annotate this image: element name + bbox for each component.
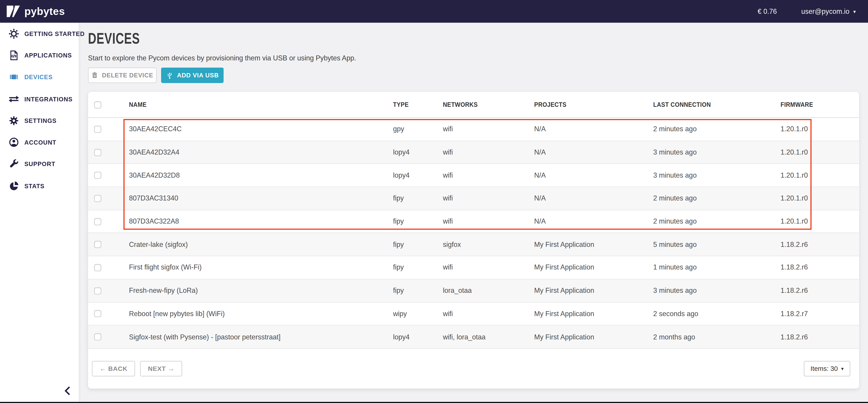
add-via-usb-label: ADD VIA USB bbox=[177, 72, 219, 79]
table-row[interactable]: Reboot [new pybytes lib] (WiFi) wipy wif… bbox=[88, 303, 859, 326]
user-icon bbox=[8, 137, 20, 148]
table-row[interactable]: 807D3AC31340 fipy wifi N/A 2 minutes ago… bbox=[88, 187, 859, 210]
column-header-firmware: FIRMWARE bbox=[780, 101, 859, 108]
transfer-arrows-icon bbox=[8, 93, 20, 104]
table-row[interactable]: 30AEA42D32A4 lopy4 wifi N/A 3 minutes ag… bbox=[88, 141, 859, 164]
device-name-cell: Fresh-new-fipy (LoRa) bbox=[129, 287, 393, 294]
pybytes-app: pybytes € 0.76 user@pycom.io ▾ bbox=[0, 0, 868, 403]
device-networks-cell: wifi bbox=[443, 172, 534, 179]
device-last-connection-cell: 2 minutes ago bbox=[653, 195, 781, 202]
page-title: DEVICES bbox=[88, 30, 158, 48]
device-type-cell: fipy bbox=[393, 218, 443, 225]
device-projects-cell: N/A bbox=[534, 149, 653, 156]
row-checkbox[interactable] bbox=[94, 333, 101, 341]
row-checkbox[interactable] bbox=[94, 149, 101, 156]
delete-device-button[interactable]: DELETE DEVICE bbox=[88, 67, 157, 83]
row-checkbox[interactable] bbox=[94, 218, 101, 225]
device-firmware-cell: 1.20.1.r0 bbox=[780, 125, 859, 133]
device-projects-cell: My First Application bbox=[534, 333, 653, 341]
user-account-menu[interactable]: user@pycom.io ▾ bbox=[801, 7, 856, 15]
device-type-cell: fipy bbox=[393, 287, 443, 294]
sidebar-item-support[interactable]: SUPPORT bbox=[0, 153, 79, 175]
device-last-connection-cell: 3 minutes ago bbox=[653, 172, 781, 179]
device-last-connection-cell: 3 minutes ago bbox=[653, 149, 781, 156]
device-type-cell: gpy bbox=[393, 125, 443, 133]
usb-icon bbox=[166, 71, 173, 80]
top-bar: pybytes € 0.76 user@pycom.io ▾ bbox=[0, 0, 868, 23]
device-projects-cell: N/A bbox=[534, 125, 653, 133]
device-name-cell: 807D3AC31340 bbox=[129, 195, 393, 202]
chevron-down-icon: ▾ bbox=[841, 366, 843, 371]
device-projects-cell: My First Application bbox=[534, 241, 653, 248]
row-checkbox[interactable] bbox=[94, 310, 101, 317]
table-row[interactable]: 807D3AC322A8 fipy wifi N/A 2 minutes ago… bbox=[88, 210, 859, 233]
sidebar-item-label: APPLICATIONS bbox=[25, 52, 72, 59]
device-firmware-cell: 1.20.1.r0 bbox=[780, 149, 859, 156]
back-button[interactable]: ← BACK bbox=[92, 361, 135, 376]
device-last-connection-cell: 2 months ago bbox=[653, 333, 781, 341]
device-last-connection-cell: 1 minutes ago bbox=[653, 264, 781, 272]
sidebar-item-account[interactable]: ACCOUNT bbox=[0, 131, 79, 153]
table-row[interactable]: Fresh-new-fipy (LoRa) fipy lora_otaa My … bbox=[88, 279, 859, 303]
user-email: user@pycom.io bbox=[801, 7, 849, 15]
row-checkbox[interactable] bbox=[94, 126, 101, 133]
device-last-connection-cell: 3 minutes ago bbox=[653, 287, 781, 294]
table-body: 30AEA42CEC4C gpy wifi N/A 2 minutes ago … bbox=[88, 118, 859, 349]
table-row[interactable]: Sigfox-test (with Pysense) - [pastoor pe… bbox=[88, 326, 859, 349]
device-type-cell: fipy bbox=[393, 264, 443, 272]
device-firmware-cell: 1.20.1.r0 bbox=[780, 195, 859, 202]
column-header-name: NAME bbox=[129, 101, 393, 108]
device-firmware-cell: 1.18.2.r6 bbox=[780, 287, 859, 294]
wrench-icon bbox=[8, 159, 20, 170]
sidebar-item-integrations[interactable]: INTEGRATIONS bbox=[0, 88, 79, 110]
device-type-cell: lopy4 bbox=[393, 333, 443, 341]
sidebar-nav: GETTING STARTED APPLICATIONS bbox=[0, 23, 79, 197]
pybytes-logo[interactable]: pybytes bbox=[6, 5, 65, 18]
sidebar-item-devices[interactable]: DEVICES bbox=[0, 66, 79, 88]
sidebar-collapse-chevron-icon[interactable] bbox=[64, 386, 72, 396]
row-checkbox[interactable] bbox=[94, 172, 101, 179]
device-projects-cell: My First Application bbox=[534, 264, 653, 272]
chevron-down-icon: ▾ bbox=[853, 9, 856, 14]
table-row[interactable]: Crater-lake (sigfox) fipy sigfox My Firs… bbox=[88, 233, 859, 256]
sidebar-item-getting-started[interactable]: GETTING STARTED bbox=[0, 23, 79, 44]
row-checkbox[interactable] bbox=[94, 287, 101, 294]
device-last-connection-cell: 2 seconds ago bbox=[653, 310, 781, 318]
toolbar: DELETE DEVICE ADD VIA USB bbox=[88, 67, 223, 83]
row-checkbox[interactable] bbox=[94, 241, 101, 248]
device-type-cell: lopy4 bbox=[393, 149, 443, 156]
column-header-last-connection: LAST CONNECTION bbox=[653, 101, 781, 108]
device-firmware-cell: 1.20.1.r0 bbox=[780, 172, 859, 179]
device-networks-cell: wifi bbox=[443, 125, 534, 133]
device-name-cell: 30AEA42D32D8 bbox=[129, 172, 393, 179]
row-checkbox[interactable] bbox=[94, 195, 101, 202]
device-name-cell: 807D3AC322A8 bbox=[129, 218, 393, 225]
table-row[interactable]: First flight sigfox (Wi-Fi) fipy wifi My… bbox=[88, 256, 859, 279]
sidebar-item-label: ACCOUNT bbox=[25, 139, 56, 146]
sidebar-item-applications[interactable]: APPLICATIONS bbox=[0, 44, 79, 66]
device-networks-cell: wifi bbox=[443, 264, 534, 272]
sidebar-item-label: SUPPORT bbox=[25, 161, 56, 167]
row-checkbox[interactable] bbox=[94, 264, 101, 271]
sidebar-item-settings[interactable]: SETTINGS bbox=[0, 110, 79, 131]
items-per-page-dropdown[interactable]: Items: 30 ▾ bbox=[804, 361, 850, 376]
device-type-cell: lopy4 bbox=[393, 172, 443, 179]
add-via-usb-button[interactable]: ADD VIA USB bbox=[161, 67, 223, 83]
device-networks-cell: wifi bbox=[443, 149, 534, 156]
sidebar-item-stats[interactable]: STATS bbox=[0, 175, 79, 197]
device-name-cell: First flight sigfox (Wi-Fi) bbox=[129, 264, 393, 272]
next-button[interactable]: NEXT → bbox=[140, 361, 182, 376]
device-type-cell: wipy bbox=[393, 310, 443, 318]
select-all-checkbox[interactable] bbox=[94, 101, 101, 108]
device-networks-cell: sigfox bbox=[443, 241, 534, 248]
table-row[interactable]: 30AEA42CEC4C gpy wifi N/A 2 minutes ago … bbox=[88, 118, 859, 141]
device-firmware-cell: 1.20.1.r0 bbox=[780, 218, 859, 225]
code-file-icon bbox=[8, 50, 20, 61]
gear-icon bbox=[8, 115, 20, 126]
table-row[interactable]: 30AEA42D32D8 lopy4 wifi N/A 3 minutes ag… bbox=[88, 164, 859, 187]
column-header-type: TYPE bbox=[393, 101, 443, 108]
chip-icon bbox=[8, 71, 20, 83]
device-networks-cell: wifi bbox=[443, 310, 534, 318]
device-firmware-cell: 1.18.2.r6 bbox=[780, 264, 859, 272]
device-projects-cell: My First Application bbox=[534, 310, 653, 318]
